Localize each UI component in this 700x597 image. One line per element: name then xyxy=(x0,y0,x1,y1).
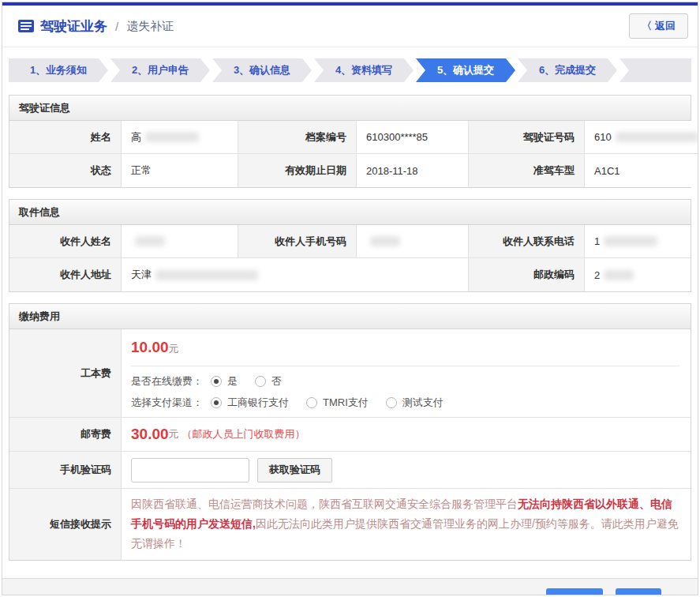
radio-online-yes[interactable]: 是 xyxy=(211,374,238,389)
redacted-text xyxy=(145,132,199,142)
redacted-text xyxy=(604,270,634,280)
field-label-recipient-phone: 收件人联系电话 xyxy=(469,225,585,258)
postage-fee-content: 30.00元 （邮政人员上门收取费用） xyxy=(122,418,691,451)
chevron-left-icon: 〈 xyxy=(642,20,652,32)
field-value-license-number: 610 xyxy=(585,121,698,154)
payment-section: 缴纳费用 工本费 10.00元 是否在线缴费： 是 否 选择支付渠道： 工商银行… xyxy=(9,303,691,561)
field-value-recipient-name xyxy=(122,225,238,258)
field-label-name: 姓名 xyxy=(9,121,122,154)
step-4[interactable]: 4、资料填写 xyxy=(314,58,414,82)
back-button[interactable]: 〈返回 xyxy=(629,13,688,39)
sms-notice-content: 因陕西省联通、电信运营商技术问题，陕西省互联网交通安全综合服务管理平台无法向持陕… xyxy=(122,489,691,560)
page: 驾驶证业务 / 遗失补证 〈返回 1、业务须知 2、用户申告 3、确认信息 4、… xyxy=(2,2,698,595)
redacted-text xyxy=(135,236,165,246)
field-label-valid-until: 有效期止日期 xyxy=(238,154,357,187)
field-label-recipient-address: 收件人地址 xyxy=(9,258,122,291)
step-5-active[interactable]: 5、确认提交 xyxy=(416,58,515,82)
pickup-section-title: 取件信息 xyxy=(9,200,691,225)
list-icon xyxy=(18,20,34,32)
page-subtitle: 遗失补证 xyxy=(126,19,174,34)
production-fee-row: 工本费 10.00元 是否在线缴费： 是 否 选择支付渠道： 工商银行支付 TM… xyxy=(9,329,691,418)
breadcrumb-separator: / xyxy=(115,20,118,33)
postage-fee-note: （邮政人员上门收取费用） xyxy=(182,427,305,441)
field-value-postcode: 2 xyxy=(585,258,691,291)
field-value-vehicle-class: A1C1 xyxy=(585,154,698,187)
finish-button[interactable]: 完成 xyxy=(616,588,661,595)
radio-selected-icon[interactable] xyxy=(211,376,222,387)
payment-channel-question-row: 选择支付渠道： 工商银行支付 TMRI支付 测试支付 xyxy=(131,396,679,410)
radio-unselected-icon[interactable] xyxy=(255,376,266,387)
redacted-text xyxy=(370,236,400,246)
production-fee-amount: 10.00元 xyxy=(131,329,679,356)
back-button-label: 返回 xyxy=(655,20,676,32)
radio-channel-tmri[interactable]: TMRI支付 xyxy=(306,396,369,410)
field-label-vehicle-class: 准驾车型 xyxy=(469,154,585,187)
step-nav: 1、业务须知 2、用户申告 3、确认信息 4、资料填写 5、确认提交 6、完成提… xyxy=(9,58,691,82)
divider xyxy=(131,366,679,366)
page-title: 驾驶证业务 xyxy=(40,17,107,36)
field-label-sms-notice: 短信接收提示 xyxy=(9,489,122,560)
page-header: 驾驶证业务 / 遗失补证 〈返回 xyxy=(2,6,698,47)
field-value-recipient-address: 天津 xyxy=(122,258,469,291)
field-label-captcha: 手机验证码 xyxy=(9,452,122,488)
field-value-file-number: 610300****85 xyxy=(357,121,469,154)
captcha-content: 获取验证码 xyxy=(122,452,691,488)
field-label-postcode: 邮政编码 xyxy=(469,258,585,291)
sms-notice-row: 短信接收提示 因陕西省联通、电信运营商技术问题，陕西省互联网交通安全综合服务管理… xyxy=(9,489,691,560)
radio-unselected-icon[interactable] xyxy=(386,397,397,408)
field-label-recipient-mobile: 收件人手机号码 xyxy=(238,225,357,258)
license-info-section: 驾驶证信息 姓名 高 档案编号 610300****85 驾驶证号码 610 状… xyxy=(9,95,691,188)
field-value-valid-until: 2018-11-18 xyxy=(357,154,469,187)
step-1[interactable]: 1、业务须知 xyxy=(9,58,108,82)
sms-notice-text: 因陕西省联通、电信运营商技术问题，陕西省互联网交通安全综合服务管理平台无法向持陕… xyxy=(131,489,679,560)
field-label-file-number: 档案编号 xyxy=(238,121,357,154)
online-payment-question-row: 是否在线缴费： 是 否 xyxy=(131,374,679,389)
radio-unselected-icon[interactable] xyxy=(306,397,317,408)
step-2[interactable]: 2、用户申告 xyxy=(110,58,210,82)
field-label-recipient-name: 收件人姓名 xyxy=(9,225,122,258)
radio-selected-icon[interactable] xyxy=(211,397,222,408)
field-label-production-fee: 工本费 xyxy=(9,329,122,417)
field-value-status: 正常 xyxy=(122,154,238,187)
step-3[interactable]: 3、确认信息 xyxy=(212,58,312,82)
payment-section-title: 缴纳费用 xyxy=(9,304,691,329)
field-value-recipient-mobile xyxy=(357,225,469,258)
field-label-postage-fee: 邮寄费 xyxy=(9,418,122,451)
redacted-text xyxy=(616,132,698,142)
redacted-text xyxy=(155,270,258,280)
radio-channel-icbc[interactable]: 工商银行支付 xyxy=(211,396,289,410)
radio-online-no[interactable]: 否 xyxy=(255,374,282,389)
field-value-recipient-phone: 1 xyxy=(585,225,691,258)
radio-channel-test[interactable]: 测试支付 xyxy=(386,396,444,410)
license-section-title: 驾驶证信息 xyxy=(9,96,691,121)
field-value-name: 高 xyxy=(122,121,238,154)
footer-action-bar: 上一步 完成 xyxy=(2,578,698,595)
payment-channel-question: 选择支付渠道： xyxy=(131,396,203,410)
online-payment-question: 是否在线缴费： xyxy=(131,374,203,389)
pickup-info-section: 取件信息 收件人姓名 收件人手机号码 收件人联系电话 1 收件人地址 天津 邮政… xyxy=(9,199,691,292)
get-captcha-button[interactable]: 获取验证码 xyxy=(257,458,332,482)
previous-step-button[interactable]: 上一步 xyxy=(546,588,603,595)
field-label-status: 状态 xyxy=(9,154,122,187)
postage-fee-row: 邮寄费 30.00元 （邮政人员上门收取费用） xyxy=(9,418,691,452)
redacted-text xyxy=(604,236,657,246)
field-label-license-number: 驾驶证号码 xyxy=(469,121,585,154)
step-nav-filler xyxy=(620,58,691,82)
production-fee-content: 10.00元 是否在线缴费： 是 否 选择支付渠道： 工商银行支付 TMRI支付… xyxy=(122,329,691,417)
captcha-row: 手机验证码 获取验证码 xyxy=(9,452,691,489)
breadcrumb: 驾驶证业务 / 遗失补证 xyxy=(18,17,174,36)
step-6[interactable]: 6、完成提交 xyxy=(518,58,617,82)
captcha-input[interactable] xyxy=(131,458,249,482)
